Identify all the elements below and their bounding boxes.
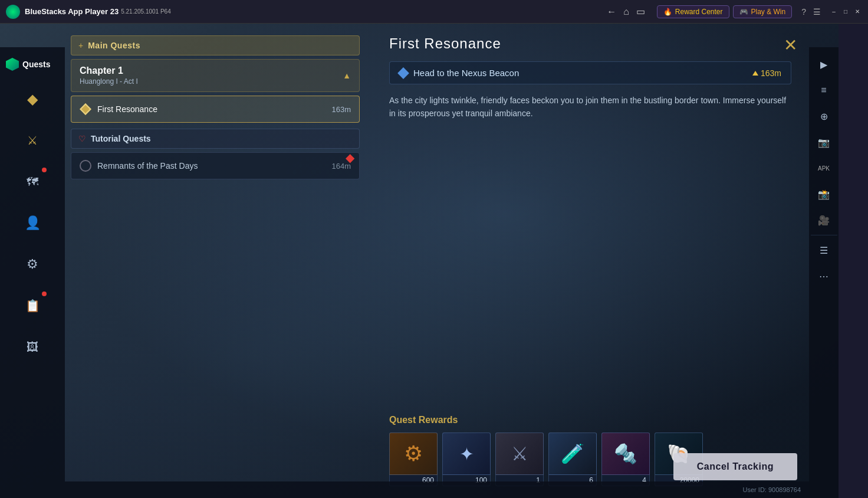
sidebar-title: Quests	[22, 60, 50, 69]
diamond-shape	[80, 103, 91, 115]
back-button[interactable]: ←	[607, 6, 616, 17]
right-btn-2[interactable]: ≡	[811, 78, 836, 103]
first-resonance-item[interactable]: First Resonance 163m	[71, 96, 360, 123]
gallery-icon: 🖼	[27, 340, 38, 354]
app-version: 5.21.205.1001 P64	[121, 8, 171, 15]
tutorial-quest-item-left: Remnants of the Past Days	[80, 160, 198, 172]
reward-item-1[interactable]: ⚙ 600	[389, 433, 438, 486]
tutorial-quest-name: Remnants of the Past Days	[97, 161, 198, 171]
tutorial-quests-section: ♡ Tutorial Quests Remnants of the Past D…	[71, 129, 360, 179]
sidebar-item-character[interactable]: 👤	[15, 205, 50, 241]
title-bar: BlueStacks App Player 23 5.21.205.1001 P…	[0, 0, 868, 24]
reward-item-3[interactable]: ⚔ 1	[495, 433, 544, 486]
first-resonance-distance: 163m	[331, 105, 351, 114]
chapter-1-sub: Huanglong I - Act I	[80, 77, 138, 86]
copy-button[interactable]: ▭	[636, 6, 645, 17]
main-quests-section: + Main Quests Chapter 1 Huanglong I - Ac…	[71, 35, 360, 123]
close-panel-icon[interactable]: ✕	[784, 35, 797, 55]
main-quests-plus-icon: +	[78, 41, 83, 50]
chapter-1-name: Chapter 1	[80, 65, 138, 76]
bluestacks-logo	[6, 5, 20, 19]
right-btn-menu[interactable]: ☰	[811, 238, 836, 263]
chapter-1-header[interactable]: Chapter 1 Huanglong I - Act I ▲	[71, 60, 359, 91]
objective-distance: 163m	[752, 68, 781, 78]
sidebar-item-home[interactable]: ◆	[15, 81, 50, 117]
reward-icon-2: ✦	[442, 433, 491, 475]
chapter-1[interactable]: Chapter 1 Huanglong I - Act I ▲	[71, 59, 360, 92]
close-button[interactable]: ✕	[853, 7, 862, 17]
play-win-icon: 🎮	[739, 8, 748, 16]
right-btn-record[interactable]: 🎥	[811, 208, 836, 232]
menu-icon[interactable]: ☰	[810, 6, 824, 18]
reward-icon-4: 🧪	[548, 433, 597, 475]
tutorial-badge-icon: ◆	[346, 150, 354, 165]
battle-icon: ⚔	[27, 133, 38, 148]
left-sidebar: Quests ◆ ⚔ 🗺 👤 ⚙ 📋 🖼	[0, 47, 65, 498]
reward-icon-5: 🔩	[601, 433, 650, 475]
objective-diamond-icon	[397, 67, 409, 79]
cancel-tracking-button[interactable]: Cancel Tracking	[673, 453, 797, 480]
reward-icon-3: ⚔	[495, 433, 544, 475]
user-id-bar: User ID: 900898764	[65, 481, 809, 498]
reward-item-5[interactable]: 🔩 4	[601, 433, 650, 486]
sidebar-logo-icon	[6, 58, 19, 71]
main-quests-header: + Main Quests	[71, 35, 360, 55]
rewards-title: Quest Rewards	[389, 415, 791, 425]
home-icon: ◆	[27, 91, 38, 107]
sidebar-item-map[interactable]: 🗺	[15, 164, 50, 199]
chapter-1-info: Chapter 1 Huanglong I - Act I	[80, 65, 138, 86]
right-btn-camera[interactable]: 📷	[811, 130, 836, 155]
events-icon: 📋	[25, 299, 40, 313]
sidebar-header: Quests	[0, 53, 65, 76]
app-name: BlueStacks App Player 23	[25, 7, 119, 16]
help-icon[interactable]: ?	[798, 6, 810, 18]
map-notification-badge	[42, 168, 47, 172]
reward-item-4[interactable]: 🧪 6	[548, 433, 597, 486]
window-controls: – □ ✕	[829, 7, 862, 17]
right-sidebar-separator	[811, 235, 837, 235]
objective-text: Head to the Nexus Beacon	[413, 68, 519, 78]
main-quests-label: Main Quests	[88, 41, 140, 50]
detail-description: As the city lights twinkle, friendly fac…	[389, 94, 791, 120]
tutorial-quests-label: Tutorial Quests	[91, 134, 151, 143]
tutorial-item-circle-icon	[80, 160, 91, 172]
reward-item-2[interactable]: ✦ 100	[442, 433, 491, 486]
maximize-button[interactable]: □	[841, 7, 850, 17]
reward-center-button[interactable]: 🔥 Reward Center	[657, 5, 729, 18]
tutorial-location-icon: ♡	[78, 134, 86, 143]
home-button[interactable]: ⌂	[623, 6, 629, 17]
reward-icon-1: ⚙	[389, 433, 438, 475]
events-notification-badge	[42, 291, 47, 296]
right-sidebar: ▶ ≡ ⊕ 📷 APK 📸 🎥 ☰ ⋯	[809, 47, 839, 498]
reward-icon: 🔥	[663, 8, 672, 16]
user-id-text: User ID: 900898764	[743, 486, 801, 493]
tutorial-quest-item[interactable]: Remnants of the Past Days 164m ◆	[71, 152, 360, 179]
character-icon: 👤	[25, 215, 41, 231]
right-btn-1[interactable]: ▶	[811, 52, 836, 77]
first-resonance-name: First Resonance	[97, 104, 157, 114]
settings-icon: ⚙	[27, 257, 38, 272]
first-resonance-left: First Resonance	[80, 103, 157, 115]
sidebar-item-settings[interactable]: ⚙	[15, 247, 50, 282]
minimize-button[interactable]: –	[829, 7, 839, 17]
right-btn-more[interactable]: ⋯	[811, 264, 836, 289]
right-btn-3[interactable]: ⊕	[811, 104, 836, 129]
quest-panel: + Main Quests Chapter 1 Huanglong I - Ac…	[65, 30, 366, 492]
detail-objective-left: Head to the Nexus Beacon	[399, 68, 519, 78]
reward-center-label: Reward Center	[675, 8, 723, 16]
play-win-label: Play & Win	[751, 8, 786, 16]
play-win-button[interactable]: 🎮 Play & Win	[733, 5, 793, 18]
sidebar-item-battle[interactable]: ⚔	[15, 123, 50, 158]
nav-controls: ← ⌂ ▭	[607, 6, 645, 17]
first-resonance-icon	[80, 103, 91, 115]
sidebar-item-events[interactable]: 📋	[15, 288, 50, 323]
right-btn-apk[interactable]: APK	[811, 156, 836, 181]
sidebar-item-gallery[interactable]: 🖼	[15, 329, 50, 365]
map-icon: 🗺	[27, 175, 38, 189]
detail-panel: First Resonance Head to the Nexus Beacon…	[377, 30, 803, 492]
detail-objective: Head to the Nexus Beacon 163m	[389, 61, 791, 84]
right-btn-screenshot[interactable]: 📸	[811, 182, 836, 207]
game-area: Quests ◆ ⚔ 🗺 👤 ⚙ 📋 🖼 +	[0, 24, 839, 498]
detail-title: First Resonance	[389, 35, 791, 52]
objective-distance-value: 163m	[761, 68, 781, 78]
